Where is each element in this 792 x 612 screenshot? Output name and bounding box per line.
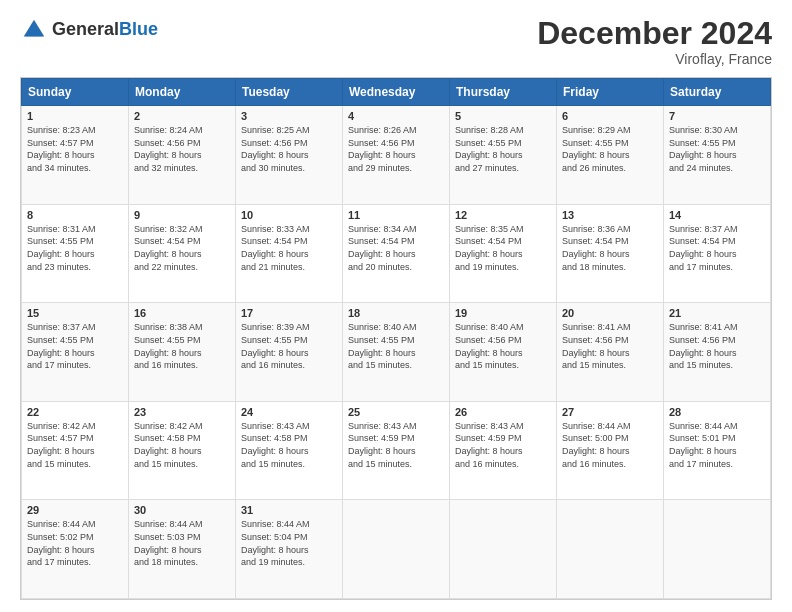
table-row: 19Sunrise: 8:40 AMSunset: 4:56 PMDayligh…: [450, 303, 557, 402]
table-row: 23Sunrise: 8:42 AMSunset: 4:58 PMDayligh…: [129, 401, 236, 500]
table-row: 18Sunrise: 8:40 AMSunset: 4:55 PMDayligh…: [343, 303, 450, 402]
table-row: 14Sunrise: 8:37 AMSunset: 4:54 PMDayligh…: [664, 204, 771, 303]
day-number: 30: [134, 504, 230, 516]
table-row: 9Sunrise: 8:32 AMSunset: 4:54 PMDaylight…: [129, 204, 236, 303]
month-title: December 2024: [537, 16, 772, 51]
day-number: 18: [348, 307, 444, 319]
table-row: 20Sunrise: 8:41 AMSunset: 4:56 PMDayligh…: [557, 303, 664, 402]
calendar: Sunday Monday Tuesday Wednesday Thursday…: [20, 77, 772, 600]
day-number: 15: [27, 307, 123, 319]
week-row: 1Sunrise: 8:23 AMSunset: 4:57 PMDaylight…: [22, 106, 771, 205]
table-row: 16Sunrise: 8:38 AMSunset: 4:55 PMDayligh…: [129, 303, 236, 402]
day-info: Sunrise: 8:35 AMSunset: 4:54 PMDaylight:…: [455, 223, 551, 273]
day-number: 3: [241, 110, 337, 122]
day-info: Sunrise: 8:43 AMSunset: 4:59 PMDaylight:…: [455, 420, 551, 470]
table-row: 4Sunrise: 8:26 AMSunset: 4:56 PMDaylight…: [343, 106, 450, 205]
day-number: 24: [241, 406, 337, 418]
day-info: Sunrise: 8:43 AMSunset: 4:59 PMDaylight:…: [348, 420, 444, 470]
col-wednesday: Wednesday: [343, 79, 450, 106]
day-info: Sunrise: 8:37 AMSunset: 4:54 PMDaylight:…: [669, 223, 765, 273]
day-number: 22: [27, 406, 123, 418]
day-number: 28: [669, 406, 765, 418]
day-info: Sunrise: 8:37 AMSunset: 4:55 PMDaylight:…: [27, 321, 123, 371]
day-number: 31: [241, 504, 337, 516]
day-info: Sunrise: 8:23 AMSunset: 4:57 PMDaylight:…: [27, 124, 123, 174]
day-info: Sunrise: 8:44 AMSunset: 5:00 PMDaylight:…: [562, 420, 658, 470]
day-number: 2: [134, 110, 230, 122]
table-row: 26Sunrise: 8:43 AMSunset: 4:59 PMDayligh…: [450, 401, 557, 500]
table-row: 6Sunrise: 8:29 AMSunset: 4:55 PMDaylight…: [557, 106, 664, 205]
day-number: 29: [27, 504, 123, 516]
page: GeneralBlue December 2024 Viroflay, Fran…: [0, 0, 792, 612]
table-row: 31Sunrise: 8:44 AMSunset: 5:04 PMDayligh…: [236, 500, 343, 599]
day-info: Sunrise: 8:25 AMSunset: 4:56 PMDaylight:…: [241, 124, 337, 174]
table-row: 28Sunrise: 8:44 AMSunset: 5:01 PMDayligh…: [664, 401, 771, 500]
day-number: 16: [134, 307, 230, 319]
day-number: 21: [669, 307, 765, 319]
day-info: Sunrise: 8:44 AMSunset: 5:01 PMDaylight:…: [669, 420, 765, 470]
day-info: Sunrise: 8:31 AMSunset: 4:55 PMDaylight:…: [27, 223, 123, 273]
table-row: 1Sunrise: 8:23 AMSunset: 4:57 PMDaylight…: [22, 106, 129, 205]
day-info: Sunrise: 8:41 AMSunset: 4:56 PMDaylight:…: [562, 321, 658, 371]
table-row: [343, 500, 450, 599]
week-row: 22Sunrise: 8:42 AMSunset: 4:57 PMDayligh…: [22, 401, 771, 500]
day-number: 6: [562, 110, 658, 122]
col-thursday: Thursday: [450, 79, 557, 106]
table-row: 25Sunrise: 8:43 AMSunset: 4:59 PMDayligh…: [343, 401, 450, 500]
day-number: 1: [27, 110, 123, 122]
day-number: 17: [241, 307, 337, 319]
table-row: 7Sunrise: 8:30 AMSunset: 4:55 PMDaylight…: [664, 106, 771, 205]
day-number: 10: [241, 209, 337, 221]
table-row: [664, 500, 771, 599]
table-row: [557, 500, 664, 599]
week-row: 15Sunrise: 8:37 AMSunset: 4:55 PMDayligh…: [22, 303, 771, 402]
table-row: 27Sunrise: 8:44 AMSunset: 5:00 PMDayligh…: [557, 401, 664, 500]
day-number: 26: [455, 406, 551, 418]
day-info: Sunrise: 8:42 AMSunset: 4:57 PMDaylight:…: [27, 420, 123, 470]
table-row: 15Sunrise: 8:37 AMSunset: 4:55 PMDayligh…: [22, 303, 129, 402]
day-number: 19: [455, 307, 551, 319]
header-row: Sunday Monday Tuesday Wednesday Thursday…: [22, 79, 771, 106]
day-info: Sunrise: 8:32 AMSunset: 4:54 PMDaylight:…: [134, 223, 230, 273]
day-info: Sunrise: 8:34 AMSunset: 4:54 PMDaylight:…: [348, 223, 444, 273]
day-info: Sunrise: 8:39 AMSunset: 4:55 PMDaylight:…: [241, 321, 337, 371]
table-row: 11Sunrise: 8:34 AMSunset: 4:54 PMDayligh…: [343, 204, 450, 303]
day-number: 12: [455, 209, 551, 221]
week-row: 8Sunrise: 8:31 AMSunset: 4:55 PMDaylight…: [22, 204, 771, 303]
col-tuesday: Tuesday: [236, 79, 343, 106]
table-row: 3Sunrise: 8:25 AMSunset: 4:56 PMDaylight…: [236, 106, 343, 205]
location: Viroflay, France: [537, 51, 772, 67]
day-info: Sunrise: 8:29 AMSunset: 4:55 PMDaylight:…: [562, 124, 658, 174]
day-number: 4: [348, 110, 444, 122]
table-row: 13Sunrise: 8:36 AMSunset: 4:54 PMDayligh…: [557, 204, 664, 303]
day-info: Sunrise: 8:36 AMSunset: 4:54 PMDaylight:…: [562, 223, 658, 273]
table-row: 8Sunrise: 8:31 AMSunset: 4:55 PMDaylight…: [22, 204, 129, 303]
day-info: Sunrise: 8:24 AMSunset: 4:56 PMDaylight:…: [134, 124, 230, 174]
day-info: Sunrise: 8:33 AMSunset: 4:54 PMDaylight:…: [241, 223, 337, 273]
day-number: 23: [134, 406, 230, 418]
day-number: 13: [562, 209, 658, 221]
logo-blue-text: Blue: [119, 19, 158, 39]
table-row: 2Sunrise: 8:24 AMSunset: 4:56 PMDaylight…: [129, 106, 236, 205]
day-number: 7: [669, 110, 765, 122]
table-row: 29Sunrise: 8:44 AMSunset: 5:02 PMDayligh…: [22, 500, 129, 599]
day-number: 5: [455, 110, 551, 122]
day-info: Sunrise: 8:41 AMSunset: 4:56 PMDaylight:…: [669, 321, 765, 371]
calendar-body: 1Sunrise: 8:23 AMSunset: 4:57 PMDaylight…: [22, 106, 771, 599]
day-number: 14: [669, 209, 765, 221]
day-info: Sunrise: 8:28 AMSunset: 4:55 PMDaylight:…: [455, 124, 551, 174]
table-row: [450, 500, 557, 599]
day-number: 27: [562, 406, 658, 418]
day-info: Sunrise: 8:44 AMSunset: 5:03 PMDaylight:…: [134, 518, 230, 568]
day-info: Sunrise: 8:44 AMSunset: 5:02 PMDaylight:…: [27, 518, 123, 568]
table-row: 17Sunrise: 8:39 AMSunset: 4:55 PMDayligh…: [236, 303, 343, 402]
day-number: 9: [134, 209, 230, 221]
day-info: Sunrise: 8:43 AMSunset: 4:58 PMDaylight:…: [241, 420, 337, 470]
header: GeneralBlue December 2024 Viroflay, Fran…: [20, 16, 772, 67]
col-saturday: Saturday: [664, 79, 771, 106]
table-row: 10Sunrise: 8:33 AMSunset: 4:54 PMDayligh…: [236, 204, 343, 303]
logo-icon: [20, 16, 48, 44]
day-number: 25: [348, 406, 444, 418]
day-info: Sunrise: 8:26 AMSunset: 4:56 PMDaylight:…: [348, 124, 444, 174]
logo-general-text: General: [52, 19, 119, 39]
